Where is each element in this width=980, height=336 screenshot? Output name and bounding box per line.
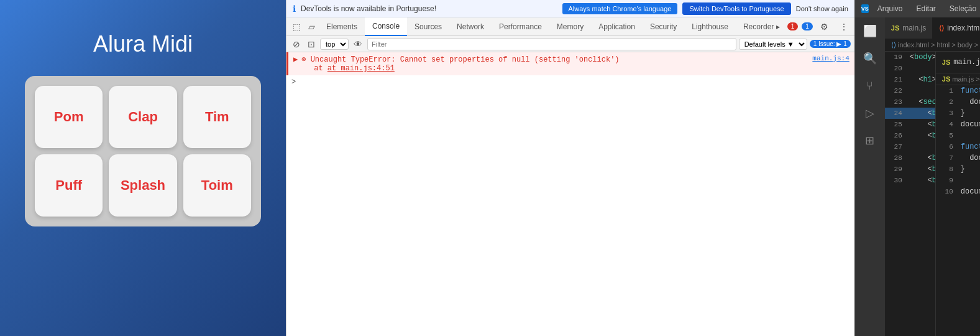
message-badge: 1 — [802, 22, 813, 30]
line-row: 5 — [936, 130, 980, 141]
vscode-activitybar: ⬜ 🔍 ⑂ ▷ ⊞ — [855, 17, 885, 336]
line-row: 22 — [885, 85, 935, 96]
line-row: 20 — [885, 63, 935, 74]
line-row: 2 document.querySelector('#som_tecla_pom… — [936, 96, 980, 108]
tab-lighthouse[interactable]: Lighthouse — [684, 17, 736, 36]
console-toolbar: ⊘ ⊡ top 👁 Default levels ▼ 1 Issue: ▶ 1 — [286, 36, 854, 52]
key-tim[interactable]: Tim — [183, 86, 251, 148]
right-panel-js-icon: JS — [942, 58, 950, 66]
tab-security[interactable]: Security — [643, 17, 684, 36]
right-panel-header: JS main.js ✕ ▷ ⊟ ⋯ — [936, 52, 980, 73]
line-row: 1function tocaSomPom(){ — [936, 85, 980, 96]
console-input[interactable] — [298, 78, 849, 86]
prompt-symbol: > — [291, 78, 296, 86]
line-row: 7 document.querySelector('#som_tecla_cla… — [936, 152, 980, 164]
line-row-error: 4document.querySelector('.tecla_pomERRAD… — [936, 119, 980, 130]
line-row: 10document.querySelector('.tecla_clap').… — [936, 186, 980, 197]
settings-icon[interactable]: ⚙ — [817, 19, 832, 34]
line-row: 19<body> — [885, 52, 935, 63]
activity-git-icon[interactable]: ⑂ — [861, 77, 879, 95]
console-settings-icon[interactable]: ⊡ — [305, 38, 318, 50]
line-row: 30 <button class="tecla tecla_toim">Toim… — [885, 175, 935, 186]
vscode-body: ⬜ 🔍 ⑂ ▷ ⊞ JS main.js ⟨⟩ — [855, 17, 980, 336]
key-pom[interactable]: Pom — [35, 86, 103, 148]
vscode-editor-split: 19<body> 20 21 <h1>Alura Midi</h1> 22 23… — [885, 52, 980, 336]
inspect-icon[interactable]: ⬚ — [289, 19, 305, 34]
vscode-panel: VS Arquivo Editar Seleção Ver Acessar Ex… — [854, 0, 980, 336]
error-location-link[interactable]: at main.js:4:51 — [327, 64, 395, 73]
devtools-tab-right: 1 1 ⚙ ⋮ — [787, 19, 852, 34]
line-row: 28 <button class="tecla tecla_puff">Puff… — [885, 152, 935, 164]
right-breadcrumb: JS main.js > ... — [936, 73, 980, 85]
levels-selector[interactable]: Default levels ▼ — [739, 39, 807, 50]
tab-elements[interactable]: Elements — [319, 17, 365, 36]
tab-recorder[interactable]: Recorder ▸ — [736, 17, 787, 36]
html-icon: ⟨⟩ — [939, 24, 944, 32]
tab-application[interactable]: Application — [591, 17, 643, 36]
tab-index-html[interactable]: ⟨⟩ index.html ✕ — [933, 17, 980, 39]
main-layout: Alura Midi Pom Clap Tim Puff Splash Toim… — [0, 0, 980, 336]
line-row: 21 <h1>Alura Midi</h1> — [885, 74, 935, 85]
activity-debug-icon[interactable]: ▷ — [861, 105, 879, 122]
line-row: 27 — [885, 141, 935, 152]
tab-performance[interactable]: Performance — [492, 17, 549, 36]
keyboard-grid: Pom Clap Tim Puff Splash Toim — [25, 76, 261, 226]
editor-right[interactable]: 1function tocaSomPom(){ 2 document.query… — [936, 85, 980, 336]
always-match-button[interactable]: Always match Chrome's language — [562, 3, 678, 14]
app-title: Alura Midi — [93, 31, 193, 57]
eye-icon[interactable]: 👁 — [351, 38, 365, 50]
right-breadcrumb-icon: JS — [942, 75, 950, 83]
info-icon: ℹ — [293, 4, 296, 14]
error-source-link[interactable]: main.js:4 — [812, 55, 849, 62]
line-row: 9 — [936, 175, 980, 186]
error-badge: 1 — [787, 22, 799, 30]
clear-console-icon[interactable]: ⊘ — [290, 38, 303, 50]
console-prompt: > — [286, 75, 854, 89]
breadcrumb-text: index.html > html > body > section.tecla… — [898, 41, 980, 49]
line-row: 8} — [936, 164, 980, 175]
line-row-highlighted: 24 <button class="tecla tecla_pom">Pom</… — [885, 108, 935, 119]
dont-show-again-button[interactable]: Don't show again — [796, 5, 848, 12]
activity-extensions-icon[interactable]: ⊞ — [861, 132, 879, 149]
line-row: 26 <button class="tecla tecla_tim">Tim</… — [885, 130, 935, 141]
activity-explorer-icon[interactable]: ⬜ — [861, 22, 879, 40]
issues-badge: 1 Issue: ▶ 1 — [810, 40, 851, 48]
console-error-line: ▶ ⊗ Uncaught TypeError: Cannot set prope… — [286, 52, 854, 75]
activity-search-icon[interactable]: 🔍 — [861, 50, 879, 67]
tab-sources[interactable]: Sources — [407, 17, 449, 36]
menu-arquivo[interactable]: Arquivo — [872, 3, 908, 14]
editor-left[interactable]: 19<body> 20 21 <h1>Alura Midi</h1> 22 23… — [885, 52, 935, 336]
tab-network[interactable]: Network — [449, 17, 492, 36]
tab-console[interactable]: Console — [365, 17, 407, 36]
tab-index-html-label: index.html — [947, 24, 980, 32]
vscode-titlebar: VS Arquivo Editar Seleção Ver Acessar Ex… — [855, 0, 980, 17]
key-puff[interactable]: Puff — [35, 154, 103, 217]
key-clap[interactable]: Clap — [109, 86, 176, 148]
vscode-tabbar: JS main.js ⟨⟩ index.html ✕ ··· — [885, 17, 980, 39]
vscode-editor-area: JS main.js ⟨⟩ index.html ✕ ··· ⟨⟩ i — [885, 17, 980, 336]
menu-editar[interactable]: Editar — [911, 3, 940, 14]
tab-main-js[interactable]: JS main.js — [885, 17, 933, 39]
device-icon[interactable]: ▱ — [305, 19, 319, 34]
key-toim[interactable]: Toim — [183, 154, 251, 217]
more-icon[interactable]: ⋮ — [836, 19, 852, 34]
switch-devtools-button[interactable]: Switch DevTools to Portuguese — [682, 2, 790, 15]
devtools-notification-bar: ℹ DevTools is now available in Portugues… — [286, 0, 854, 17]
right-panel-title: main.js — [953, 58, 980, 67]
console-content: ▶ ⊗ Uncaught TypeError: Cannot set prope… — [286, 52, 854, 336]
line-row: 25 <button class="tecla tecla_clap">Clap… — [885, 119, 935, 130]
key-splash[interactable]: Splash — [109, 154, 176, 217]
error-expand-icon[interactable]: ▶ — [293, 55, 298, 64]
context-selector[interactable]: top — [320, 39, 349, 50]
line-row: 3} — [936, 108, 980, 119]
devtools-tabbar: ⬚ ▱ Elements Console Sources Network Per… — [286, 17, 854, 36]
app-panel: Alura Midi Pom Clap Tim Puff Splash Toim — [0, 0, 286, 336]
line-row: 23 <section class="teclado"> — [885, 96, 935, 108]
tab-memory[interactable]: Memory — [549, 17, 591, 36]
vscode-logo: VS — [861, 4, 869, 13]
line-row: 6function tocaSomClap(){ — [936, 141, 980, 152]
tab-main-js-label: main.js — [902, 24, 926, 32]
menu-selecao[interactable]: Seleção — [945, 3, 980, 14]
line-row: 29 <button class="tecla tecla_splash">Sp… — [885, 164, 935, 175]
filter-input[interactable] — [367, 38, 736, 50]
